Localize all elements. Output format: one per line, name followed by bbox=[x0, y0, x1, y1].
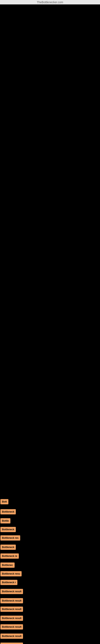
bottleneck-tag-8: Bottlenec bbox=[0, 562, 15, 568]
bottleneck-tag-10: Bottleneck r bbox=[0, 580, 17, 585]
bottleneck-tag-7: Bottleneck re bbox=[0, 554, 19, 559]
bottleneck-tag-15: Bottleneck result bbox=[0, 624, 23, 630]
bottleneck-row-12: Bottleneck result bbox=[0, 598, 23, 603]
bottleneck-tag-1: Bott bbox=[0, 499, 8, 504]
bottleneck-row-4: Bottleneck bbox=[0, 527, 16, 532]
bottleneck-row-16: Bottleneck result bbox=[0, 634, 23, 639]
bottleneck-row-2: Bottleneck bbox=[0, 509, 16, 514]
bottleneck-tag-12: Bottleneck result bbox=[0, 598, 23, 603]
bottleneck-row-11: Bottleneck result bbox=[0, 589, 23, 594]
bottleneck-tag-14: Bottleneck result bbox=[0, 616, 23, 621]
bottleneck-row-1: Bott bbox=[0, 499, 8, 504]
bottleneck-tag-3: Bottle bbox=[0, 518, 10, 524]
bottleneck-row-3: Bottle bbox=[0, 518, 10, 524]
bottleneck-row-13: Bottleneck result bbox=[0, 606, 23, 612]
chart-area bbox=[0, 4, 100, 488]
bottleneck-row-6: Bottleneck bbox=[0, 544, 16, 550]
bottleneck-row-7: Bottleneck re bbox=[0, 554, 19, 559]
bottleneck-tag-16: Bottleneck result bbox=[0, 634, 23, 639]
bottleneck-row-5: Bottleneck res bbox=[0, 535, 20, 540]
bottleneck-tag-5: Bottleneck res bbox=[0, 535, 20, 540]
bottleneck-tag-4: Bottleneck bbox=[0, 527, 16, 532]
bottleneck-tag-2: Bottleneck bbox=[0, 509, 16, 514]
bottleneck-row-8: Bottlenec bbox=[0, 562, 15, 568]
bottleneck-row-15: Bottleneck result bbox=[0, 624, 23, 630]
bottleneck-tag-6: Bottleneck bbox=[0, 544, 16, 550]
bottleneck-row-17: Bottleneck result bbox=[0, 642, 23, 644]
bottleneck-tag-17: Bottleneck result bbox=[0, 642, 23, 644]
site-title: TheBottlenecker.com bbox=[37, 0, 63, 4]
bottleneck-row-14: Bottleneck result bbox=[0, 616, 23, 621]
bottleneck-tag-11: Bottleneck result bbox=[0, 589, 23, 594]
bottleneck-row-9: Bottleneck resu bbox=[0, 571, 22, 576]
bottleneck-row-10: Bottleneck r bbox=[0, 580, 17, 585]
bottleneck-tag-13: Bottleneck result bbox=[0, 606, 23, 612]
bottleneck-tag-9: Bottleneck resu bbox=[0, 571, 22, 576]
